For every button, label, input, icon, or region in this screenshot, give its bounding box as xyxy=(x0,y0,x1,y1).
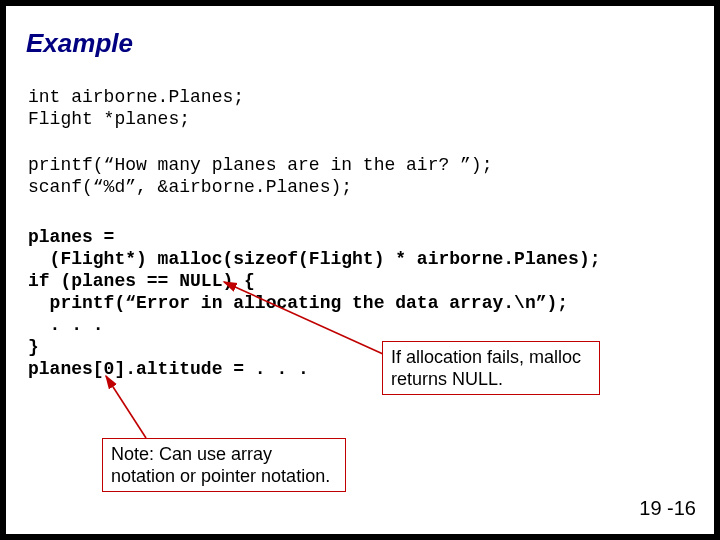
code-declarations: int airborne.Planes; Flight *planes; xyxy=(28,86,244,130)
slide: Example int airborne.Planes; Flight *pla… xyxy=(6,6,714,534)
callout-malloc-null: If allocation fails, malloc returns NULL… xyxy=(382,341,600,395)
page-number: 19 -16 xyxy=(639,497,696,520)
callout-notation: Note: Can use array notation or pointer … xyxy=(102,438,346,492)
svg-line-1 xyxy=(106,376,146,438)
code-io: printf(“How many planes are in the air? … xyxy=(28,154,492,198)
slide-title: Example xyxy=(26,28,133,59)
